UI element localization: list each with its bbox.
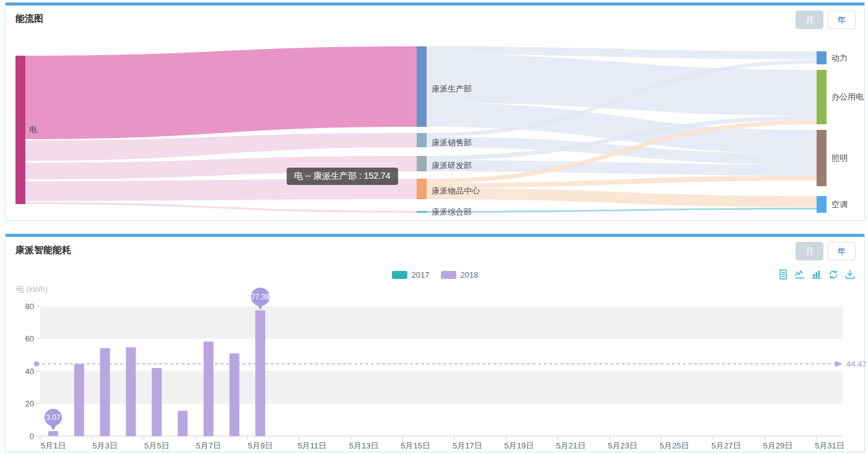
sankey-node-电[interactable]	[15, 56, 25, 204]
svg-text:3.07: 3.07	[46, 413, 61, 422]
bar-5月6日[interactable]	[178, 411, 188, 436]
average-value-label: 44.47	[846, 359, 866, 369]
sankey-node-康派综合部[interactable]	[417, 211, 427, 213]
x-tick-label: 5月23日	[608, 441, 638, 450]
sankey-node-康派研发部[interactable]	[417, 156, 427, 171]
sankey-link-康派物品中心-空调[interactable]	[427, 188, 817, 207]
sankey-link-康派综合部-空调[interactable]	[427, 208, 817, 213]
bar-5月9日[interactable]	[255, 311, 265, 436]
bar-5月4日[interactable]	[126, 347, 136, 436]
sankey-node-label-康派研发部: 康派研发部	[432, 161, 472, 170]
x-tick-label: 5月31日	[815, 441, 844, 450]
bar-chart[interactable]: 0204060805月1日5月3日5月5日5月7日5月9日5月11日5月13日5…	[6, 237, 866, 452]
sankey-node-照明[interactable]	[817, 130, 827, 186]
sankey-node-label-康派生产部: 康派生产部	[432, 84, 472, 93]
x-tick-label: 5月3日	[92, 441, 117, 450]
sankey-node-康派销售部[interactable]	[417, 133, 427, 147]
sankey-node-label-康派综合部: 康派综合部	[432, 207, 472, 216]
consumption-card: 康派智能能耗 月 年	[5, 234, 865, 452]
bar-5月8日[interactable]	[230, 353, 240, 436]
bar-5月5日[interactable]	[152, 368, 162, 436]
sankey-tooltip: 电 -- 康派生产部 : 152.74	[287, 168, 398, 185]
x-tick-label: 5月27日	[711, 441, 741, 450]
sankey-node-label-电: 电	[29, 125, 37, 134]
x-tick-label: 5月19日	[505, 441, 534, 450]
sankey-node-办公用电[interactable]	[817, 70, 827, 124]
bar-5月1日[interactable]	[48, 431, 58, 436]
x-tick-label: 5月9日	[248, 441, 272, 450]
svg-text:77.38: 77.38	[251, 293, 269, 301]
x-tick-label: 5月15日	[401, 441, 430, 450]
energy-flow-card: 能流图 月 年 电康派生产部康派销售部康派研发部康派物品中心康派综合部动力办公用…	[5, 2, 865, 221]
x-tick-label: 5月7日	[196, 441, 221, 450]
x-tick-label: 5月5日	[144, 441, 169, 450]
y-tick-label: 60	[25, 334, 34, 343]
sankey-node-label-空调: 空调	[831, 200, 848, 209]
y-tick-label: 20	[25, 399, 34, 408]
sankey-node-康派生产部[interactable]	[417, 46, 427, 127]
sankey-node-空调[interactable]	[817, 196, 827, 213]
bar-5月7日[interactable]	[204, 341, 214, 436]
bar-5月3日[interactable]	[100, 348, 110, 436]
x-tick-label: 5月25日	[659, 441, 689, 450]
sankey-node-动力[interactable]	[817, 51, 827, 64]
sankey-node-label-动力: 动力	[831, 53, 848, 62]
sankey-chart[interactable]: 电康派生产部康派销售部康派研发部康派物品中心康派综合部动力办公用电照明空调	[6, 6, 866, 220]
x-tick-label: 5月13日	[349, 441, 379, 450]
x-tick-label: 5月1日	[41, 441, 66, 450]
y-tick-label: 40	[25, 367, 34, 376]
sankey-link-电-康派生产部[interactable]	[25, 46, 417, 139]
x-tick-label: 5月17日	[453, 441, 482, 450]
markpoint-min: 3.07	[45, 409, 62, 430]
x-tick-label: 5月11日	[298, 441, 327, 450]
average-line-arrow	[835, 361, 843, 367]
y-tick-label: 80	[25, 302, 34, 311]
y-tick-label: 0	[30, 432, 34, 441]
split-area-60-80	[40, 306, 843, 339]
sankey-node-康派物品中心[interactable]	[417, 179, 427, 199]
average-line-dot	[34, 361, 39, 366]
x-tick-label: 5月21日	[556, 441, 586, 450]
bar-5月2日[interactable]	[74, 364, 84, 436]
sankey-node-label-办公用电: 办公用电	[831, 92, 864, 101]
sankey-node-label-康派销售部: 康派销售部	[432, 138, 472, 147]
sankey-link-电-康派综合部[interactable]	[25, 202, 417, 213]
sankey-node-label-康派物品中心: 康派物品中心	[432, 186, 480, 195]
sankey-node-label-照明: 照明	[831, 153, 848, 163]
x-tick-label: 5月29日	[763, 441, 793, 450]
